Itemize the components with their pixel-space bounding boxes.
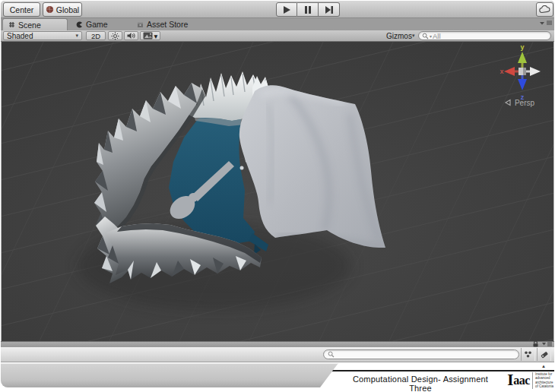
axis-x-label: x [500,68,503,75]
panel-tab-bar: Scene Game Asset Store [1,18,554,30]
scene-search-input[interactable] [433,32,547,40]
iaac-logo: I aac Institute for advanced architectur… [507,372,553,389]
lighting-toggle-button[interactable] [108,31,122,40]
scene-search-field[interactable]: ▾ [418,31,551,40]
chevron-down-icon: ▾ [412,33,415,39]
globe-icon [46,5,54,14]
step-icon [325,6,333,14]
project-panel-header [1,341,554,347]
image-icon [143,32,153,40]
panel-menu-icon[interactable] [540,21,552,25]
panel-menu-icon[interactable] [542,342,552,346]
unity-editor-window: Center Global [0,0,555,392]
projection-toggle[interactable]: Persp [506,99,534,107]
project-search-field[interactable] [323,349,519,359]
center-pivot-button[interactable]: Center [3,2,40,17]
effects-toggle-button[interactable]: ▾ [140,31,160,40]
projection-label: Persp [515,99,535,107]
iaac-org-text: Institute for advanced architecture of C… [532,372,553,389]
cloud-icon [539,5,550,14]
speaker-icon [127,32,135,40]
scene-grid-icon [8,21,15,28]
chevron-down-icon: ▾ [75,33,78,39]
global-local-button[interactable]: Global [43,2,82,17]
chevron-down-icon: ▾ [430,33,432,39]
global-local-label: Global [56,5,79,14]
cloud-services-button[interactable] [536,2,553,17]
tab-game-label: Game [86,20,108,29]
axis-y-label: y [520,43,524,51]
scroll-up-arrow[interactable]: ▲ [539,363,548,369]
search-icon [328,351,335,358]
2d-toggle-label: 2D [91,32,100,40]
2d-toggle-button[interactable]: 2D [86,31,106,40]
tab-scene-label: Scene [18,21,41,30]
tab-asset-store-label: Asset Store [147,20,188,29]
pause-icon [305,6,311,14]
audio-toggle-button[interactable] [124,31,138,40]
project-toolbar [1,347,554,362]
shading-mode-dropdown[interactable]: Shaded ▾ [3,31,82,40]
pause-button[interactable] [297,2,319,17]
scene-view-toolbar: Shaded ▾ 2D ▾ Gizmos ▾ [1,30,554,42]
scene-viewport[interactable]: y x z Persp [2,42,553,341]
main-toolbar: Center Global [1,1,554,18]
gizmos-label: Gizmos [386,32,412,40]
project-panel-bottom [1,363,338,387]
game-controller-icon [76,21,83,28]
project-search-input[interactable] [335,350,515,359]
play-button[interactable] [276,2,297,17]
chevron-down-icon: ▾ [154,32,158,40]
iaac-logo-aac: aac [513,375,530,387]
iaac-logo-i: I [507,372,513,388]
tag-icon [540,350,549,359]
scene-3d-render: y x z Persp [2,42,553,341]
playback-controls [276,2,340,17]
search-by-type-icon [524,350,532,359]
footer-banner: ▲ Computational Design- Assignment Three… [0,362,555,392]
shading-mode-label: Shaded [7,32,33,40]
gizmos-dropdown[interactable]: Gizmos ▾ [383,31,417,40]
tab-scene[interactable]: Scene [2,18,68,30]
step-button[interactable] [319,2,340,17]
tab-game[interactable]: Game [71,18,113,30]
search-icon [422,33,429,40]
search-by-label-button[interactable] [537,348,551,361]
asset-store-icon [137,21,144,28]
play-icon [284,6,290,14]
footer-title: Computational Design- Assignment Three [341,375,500,392]
center-pivot-label: Center [10,5,34,14]
search-by-type-button[interactable] [521,348,535,361]
sun-icon [111,32,119,40]
tab-asset-store[interactable]: Asset Store [132,18,193,30]
